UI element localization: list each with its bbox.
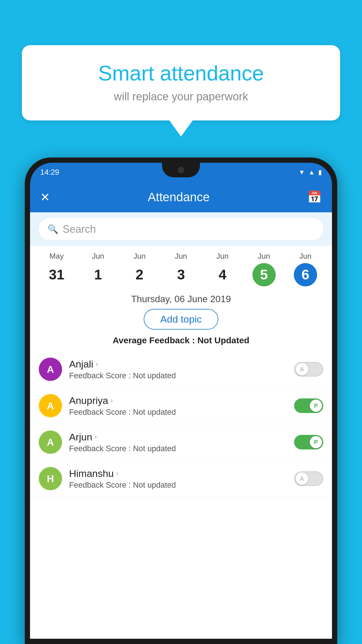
student-list: A Anjali › Feedback Score : Not updated — [30, 351, 332, 497]
chevron-icon-2: › — [94, 433, 97, 441]
calendar-date-1: 1 — [86, 263, 110, 286]
close-icon[interactable]: ✕ — [40, 190, 50, 204]
search-icon: 🔍 — [48, 224, 58, 234]
avatar-2: A — [39, 430, 62, 454]
toggle-container-1[interactable]: P — [294, 398, 323, 413]
avatar-0: A — [39, 358, 62, 381]
toggle-1[interactable]: P — [294, 398, 323, 413]
add-topic-button[interactable]: Add topic — [144, 309, 218, 330]
toggle-knob-1: P — [310, 400, 322, 412]
calendar-month-3: Jun — [160, 252, 202, 261]
toggle-knob-2: P — [310, 436, 322, 448]
toggle-knob-3: A — [296, 473, 308, 485]
screen-content: 🔍 Search May 31 Jun 1 Jun — [30, 212, 332, 639]
calendar-date-0: 31 — [45, 263, 68, 286]
calendar-icon[interactable]: 📅 — [307, 190, 322, 204]
student-feedback-0: Feedback Score : Not updated — [69, 371, 294, 380]
student-feedback-3: Feedback Score : Not updated — [69, 481, 294, 490]
student-item-0[interactable]: A Anjali › Feedback Score : Not updated — [30, 351, 332, 388]
wifi-icon: ▼ — [298, 169, 305, 176]
calendar-day-6[interactable]: Jun 6 — [285, 252, 326, 286]
student-item-1[interactable]: A Anupriya › Feedback Score : Not update… — [30, 388, 332, 424]
calendar-day-0[interactable]: May 31 — [36, 252, 77, 286]
student-feedback-2: Feedback Score : Not updated — [69, 444, 294, 453]
avg-feedback-label: Average Feedback : — [113, 335, 195, 345]
student-info-0: Anjali › Feedback Score : Not updated — [69, 358, 294, 380]
avatar-3: H — [39, 467, 62, 490]
status-time: 14:29 — [40, 168, 59, 177]
calendar-day-4[interactable]: Jun 4 — [202, 252, 243, 286]
avg-feedback: Average Feedback : Not Updated — [30, 335, 332, 351]
toggle-container-0[interactable]: A — [294, 362, 323, 377]
calendar-month-5: Jun — [243, 252, 284, 261]
calendar-day-1[interactable]: Jun 1 — [77, 252, 119, 286]
battery-icon: ▮ — [318, 169, 322, 176]
status-icons: ▼ ▲ ▮ — [298, 169, 322, 176]
search-bar-container: 🔍 Search — [30, 212, 332, 246]
calendar-day-2[interactable]: Jun 2 — [119, 252, 160, 286]
student-feedback-1: Feedback Score : Not updated — [69, 408, 294, 417]
avatar-1: A — [39, 394, 62, 417]
toggle-2[interactable]: P — [294, 435, 323, 449]
calendar-date-2: 2 — [128, 263, 151, 286]
speech-bubble-title: Smart attendance — [39, 61, 323, 85]
speech-bubble-pointer — [169, 120, 193, 136]
calendar-day-5[interactable]: Jun 5 — [243, 252, 284, 286]
app-bar: ✕ Attendance 📅 — [30, 182, 332, 212]
status-bar: 14:29 ▼ ▲ ▮ — [30, 163, 332, 182]
student-info-2: Arjun › Feedback Score : Not updated — [69, 431, 294, 453]
calendar-month-2: Jun — [119, 252, 160, 261]
chevron-icon-3: › — [116, 469, 118, 477]
calendar-month-6: Jun — [285, 252, 326, 261]
chevron-icon-0: › — [96, 360, 98, 368]
signal-icon: ▲ — [308, 169, 315, 176]
toggle-3[interactable]: A — [294, 471, 323, 486]
calendar-day-3[interactable]: Jun 3 — [160, 252, 202, 286]
student-name-1: Anupriya › — [69, 395, 294, 406]
speech-bubble: Smart attendance will replace your paper… — [22, 45, 340, 120]
toggle-0[interactable]: A — [294, 362, 323, 377]
student-item-2[interactable]: A Arjun › Feedback Score : Not updated — [30, 424, 332, 461]
speech-bubble-subtitle: will replace your paperwork — [39, 90, 323, 103]
student-name-3: Himanshu › — [69, 468, 294, 479]
search-placeholder: Search — [63, 223, 96, 235]
calendar-month-0: May — [36, 252, 77, 261]
app-bar-title: Attendance — [50, 190, 307, 204]
toggle-container-2[interactable]: P — [294, 435, 323, 449]
phone-frame: 14:29 ▼ ▲ ▮ ✕ Attendance 📅 🔍 Search — [25, 158, 337, 644]
student-item-3[interactable]: H Himanshu › Feedback Score : Not update… — [30, 461, 332, 497]
calendar-date-4: 4 — [211, 263, 234, 286]
speech-bubble-container: Smart attendance will replace your paper… — [22, 45, 340, 136]
calendar-date-3: 3 — [169, 263, 193, 286]
avg-feedback-value: Not Updated — [197, 335, 249, 345]
calendar-row: May 31 Jun 1 Jun 2 Jun 3 — [30, 246, 332, 286]
student-name-0: Anjali › — [69, 358, 294, 370]
toggle-knob-0: A — [296, 363, 308, 375]
calendar-month-4: Jun — [202, 252, 243, 261]
student-name-2: Arjun › — [69, 431, 294, 443]
search-bar[interactable]: 🔍 Search — [39, 218, 323, 240]
student-info-1: Anupriya › Feedback Score : Not updated — [69, 395, 294, 417]
calendar-date-5: 5 — [252, 263, 276, 286]
notch — [162, 163, 200, 177]
selected-date-label: Thursday, 06 June 2019 — [30, 286, 332, 309]
notch-camera — [178, 167, 184, 173]
phone-inner: 14:29 ▼ ▲ ▮ ✕ Attendance 📅 🔍 Search — [30, 163, 332, 639]
student-info-3: Himanshu › Feedback Score : Not updated — [69, 468, 294, 490]
calendar-date-6: 6 — [294, 263, 317, 286]
chevron-icon-1: › — [110, 396, 113, 405]
toggle-container-3[interactable]: A — [294, 471, 323, 486]
calendar-month-1: Jun — [77, 252, 119, 261]
